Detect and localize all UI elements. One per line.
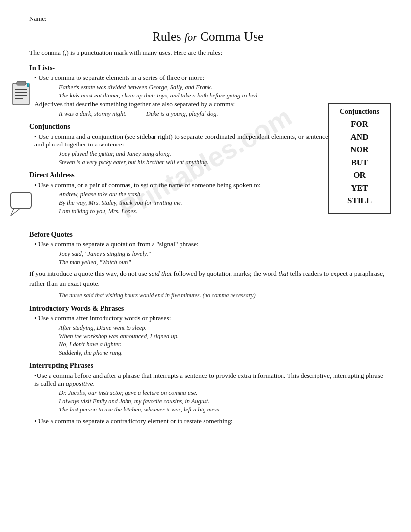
svg-rect-4 — [15, 95, 27, 96]
conj-and: AND — [334, 132, 385, 142]
sidebar-title: Conjunctions — [334, 108, 385, 116]
inter-ex1: Dr. Jacobs, our instructor, gave a lectu… — [59, 389, 386, 397]
conj-nor: NOR — [334, 145, 385, 155]
title-part2: Comma Use — [197, 29, 264, 44]
svg-rect-1 — [17, 81, 26, 85]
bq-ex2: The man yelled, "Watch out!" — [59, 259, 386, 266]
introductory-section: Introductory Words & Phrases • Use a com… — [29, 304, 386, 357]
bq-ex1: Joey said, "Janey's singing is lovely." — [59, 250, 386, 258]
before-quotes-bullet: • Use a comma to separate a quotation fr… — [34, 241, 386, 248]
in-lists-bullet: • Use a comma to separate elements in a … — [34, 74, 386, 82]
interrupting-section: Interrupting Phrases •Use a comma before… — [29, 362, 386, 425]
svg-rect-0 — [13, 83, 29, 105]
speech-bubble-icon — [9, 191, 33, 218]
introductory-heading: Introductory Words & Phrases — [29, 304, 386, 313]
clipboard-icon — [9, 79, 33, 109]
conj-for: FOR — [334, 120, 385, 129]
interrupting-bullet: •Use a comma before and after a phrase t… — [34, 372, 386, 387]
intro-text: The comma (,) is a punctuation mark with… — [29, 49, 386, 57]
bq-note-example: The nurse said that visiting hours would… — [59, 292, 386, 299]
before-quotes-section: Before Quotes • Use a comma to separate … — [29, 230, 386, 299]
interrupting-bullet2: • Use a comma to separate a contradictor… — [34, 417, 386, 425]
svg-rect-2 — [15, 89, 27, 90]
inter-ex2: I always visit Emily and John, my favori… — [59, 398, 386, 405]
conj-yet: YET — [334, 183, 385, 193]
name-label: Name: — [29, 15, 47, 23]
svg-rect-5 — [15, 98, 23, 99]
intro-ex3: No, I don't have a lighter. — [59, 341, 386, 348]
name-line: Name: — [29, 15, 386, 23]
in-lists-ex1: Father's estate was divided between Geor… — [59, 84, 386, 91]
intro-ex2: When the workshop was announced, I signe… — [59, 333, 386, 340]
title-part1: Rules — [152, 29, 184, 44]
introductory-bullet: • Use a comma after introductory words o… — [34, 314, 386, 322]
bq-note: If you introduce a quote this way, do no… — [29, 269, 386, 289]
intro-ex1: After studying, Diane went to sleep. — [59, 324, 386, 332]
in-lists-heading: In Lists- — [29, 64, 386, 72]
sidebar-box: Conjunctions FOR AND NOR BUT OR YET STIL… — [328, 103, 391, 214]
page-title: Rules for Comma Use — [29, 29, 386, 44]
before-quotes-heading: Before Quotes — [29, 230, 386, 239]
main-content: Conjunctions FOR AND NOR BUT OR YET STIL… — [29, 64, 386, 425]
conj-still: STILL — [334, 196, 385, 206]
in-lists-ex2: The kids must eat dinner, clean up their… — [59, 92, 386, 99]
svg-rect-8 — [11, 192, 31, 209]
inter-ex3: The last person to use the kitchen, whoe… — [59, 406, 386, 413]
intro-ex4: Suddenly, the phone rang. — [59, 349, 386, 357]
title-italic: for — [184, 31, 197, 43]
name-field — [49, 19, 128, 19]
interrupting-heading: Interrupting Phrases — [29, 362, 386, 370]
svg-rect-3 — [15, 92, 27, 93]
conj-or: OR — [334, 170, 385, 180]
conj-but: BUT — [334, 158, 385, 168]
